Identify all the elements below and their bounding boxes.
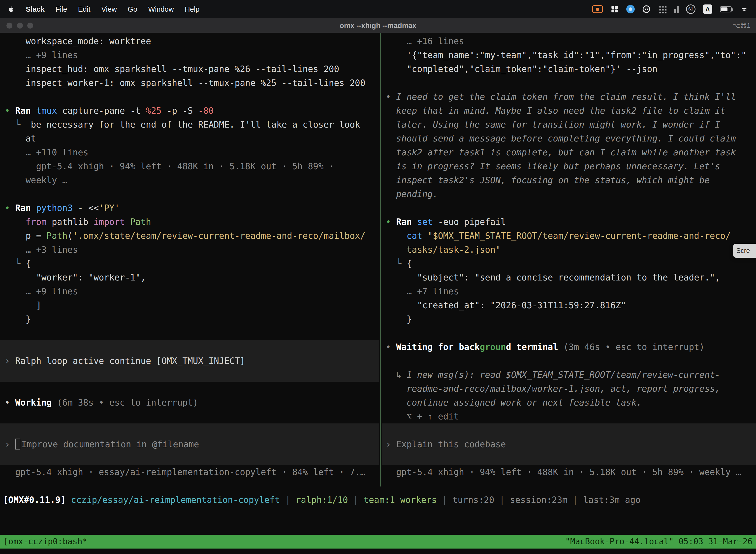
terminal-line: tasks/task-2.json"	[382, 243, 756, 257]
terminal-output-block: gpt-5.4 xhigh · 94% left · 488K in · 5.1…	[382, 465, 756, 479]
terminal-output-block: • Waiting for background terminal (3m 46…	[382, 340, 756, 368]
terminal-line: ↳ 1 new msg(s): read $OMX_TEAM_STATE_ROO…	[382, 368, 756, 382]
wifi-icon[interactable]	[739, 5, 749, 13]
terminal-line: … +9 lines	[0, 284, 379, 298]
terminal-output-block: • I need to get the claim token from the…	[382, 90, 756, 215]
stats-icon[interactable]	[674, 5, 679, 13]
terminal-output-block: … +16 lines '{"team_name":"my-team","tas…	[382, 34, 756, 90]
traffic-lights	[6, 22, 33, 29]
terminal-line: › Ralph loop active continue [OMX_TMUX_I…	[0, 354, 379, 368]
tmux-host-time: "MacBook-Pro-44.local" 05:03 31-Mar-26	[565, 535, 753, 549]
terminal-line	[0, 90, 379, 104]
terminal-line: … +7 lines	[382, 284, 756, 298]
terminal-line: readme-and-reco/mailbox/worker-1.json, a…	[382, 382, 756, 396]
zoom-button[interactable]	[27, 22, 33, 29]
prompt-row[interactable]: › Ralph loop active continue [OMX_TMUX_I…	[0, 340, 379, 382]
tmux-pane-right[interactable]: … +16 lines '{"team_name":"my-team","tas…	[382, 33, 756, 479]
terminal-output-block: • Working (6m 38s • esc to interrupt)	[0, 382, 379, 424]
terminal-output-block: workspace_mode: worktree … +9 lines insp…	[0, 34, 379, 340]
menu-bar: Slack File Edit View Go Window Help 61 A	[0, 0, 756, 18]
window-shortcut: ⌥⌘1	[733, 21, 751, 30]
terminal-line: keep that in mind. Maybe I also need the…	[382, 104, 756, 118]
terminal-line: weekly …	[0, 173, 379, 187]
menu-item-edit[interactable]: Edit	[78, 5, 90, 13]
terminal-line: • Ran tmux capture-pane -t %25 -p -S -80	[0, 104, 379, 118]
terminal-line: • Working (6m 38s • esc to interrupt)	[0, 396, 379, 409]
terminal-line: "worker": "worker-1",	[0, 271, 379, 284]
terminal-output-block: • Ran set -euo pipefail cat "$OMX_TEAM_S…	[382, 215, 756, 340]
input-source-icon[interactable]: A	[703, 4, 712, 14]
menu-item-file[interactable]: File	[56, 5, 67, 13]
battery-icon[interactable]	[720, 6, 732, 12]
tmux-session-info: [omx-cczip0:bash*	[3, 535, 87, 549]
terminal-line	[0, 187, 379, 201]
menu-item-go[interactable]: Go	[128, 5, 137, 13]
minimize-button[interactable]	[17, 22, 23, 29]
terminal-line: gpt-5.4 xhigh · 94% left · 488K in · 5.1…	[382, 465, 756, 479]
terminal-line: cat "$OMX_TEAM_STATE_ROOT/team/review-cu…	[382, 229, 756, 243]
apple-menu-icon[interactable]	[7, 5, 15, 13]
text-cursor	[15, 439, 20, 449]
terminal-line: }	[0, 312, 379, 326]
blue-app-icon[interactable]	[626, 5, 635, 13]
terminal-line: inspect_worker-1: omx sparkshell --tmux-…	[0, 76, 379, 90]
battery-percentage-badge[interactable]: 61	[686, 4, 695, 14]
terminal-line: p = Path('.omx/state/team/review-current…	[0, 229, 379, 243]
dots-grid-icon[interactable]	[658, 5, 667, 13]
menu-item-view[interactable]: View	[102, 5, 117, 13]
pane-divider[interactable]	[379, 33, 382, 479]
terminal-window[interactable]: workspace_mode: worktree … +9 lines insp…	[0, 33, 756, 554]
terminal-line: }	[382, 312, 756, 326]
close-button[interactable]	[6, 22, 12, 29]
terminal-line: └ {	[0, 257, 379, 271]
terminal-line: "completed","claim_token":"claim-token"}…	[382, 62, 756, 76]
terminal-line: ⌥ + ↑ edit	[382, 409, 756, 424]
terminal-line: task2 after task1 is complete, but can I…	[382, 146, 756, 159]
prompt-row[interactable]: › Explain this codebase	[382, 424, 756, 465]
terminal-line: is in progress? It seems likely but perh…	[382, 159, 756, 173]
terminal-line: should send a message before completing …	[382, 131, 756, 146]
terminal-line: • Ran python3 - <<'PY'	[0, 201, 379, 215]
terminal-line	[382, 76, 756, 90]
omx-status-bar: [OMX#0.11.9] cczip/essay/ai-reimplementa…	[0, 493, 756, 507]
tmux-panes: workspace_mode: worktree … +9 lines insp…	[0, 33, 756, 479]
terminal-line: gpt-5.4 xhigh · essay/ai-reimplementatio…	[0, 465, 379, 479]
terminal-line: … +16 lines	[382, 34, 756, 48]
terminal-line: workspace_mode: worktree	[0, 34, 379, 48]
window-title-bar[interactable]: omx --xhigh --madmax ⌥⌘1	[0, 18, 756, 33]
terminal-line: … +3 lines	[0, 243, 379, 257]
terminal-line: gpt-5.4 xhigh · 94% left · 488K in · 5.1…	[0, 159, 379, 173]
terminal-line: inspect task2's JSON, focusing on the st…	[382, 173, 756, 187]
terminal-line	[382, 201, 756, 215]
terminal-line: "subject": "send a concise recommendatio…	[382, 271, 756, 284]
terminal-line	[382, 326, 756, 340]
terminal-line: '{"team_name":"my-team","task_id":"1","f…	[382, 48, 756, 62]
terminal-line: › Explain this codebase	[382, 437, 756, 451]
terminal-line: continue assigned work or next feasible …	[382, 396, 756, 409]
terminal-line: … +9 lines	[0, 48, 379, 62]
terminal-line: pending.	[382, 187, 756, 201]
circle-app-icon[interactable]	[642, 5, 650, 13]
tmux-pane-left[interactable]: workspace_mode: worktree … +9 lines insp…	[0, 33, 379, 479]
terminal-line: › Improve documentation in @filename	[0, 437, 379, 451]
menu-app-name[interactable]: Slack	[26, 5, 45, 13]
terminal-line: … +110 lines	[0, 146, 379, 159]
terminal-line: • Waiting for background terminal (3m 46…	[382, 340, 756, 354]
terminal-line: • I need to get the claim token from the…	[382, 90, 756, 104]
screenshot-popup[interactable]: Scre	[733, 244, 756, 258]
terminal-line: └ be necessary for the end of the README…	[0, 118, 379, 131]
display-grid-icon[interactable]	[611, 5, 619, 13]
prompt-row[interactable]: › Improve documentation in @filename	[0, 424, 379, 465]
tmux-status-bar: [omx-cczip0:bash* "MacBook-Pro-44.local"…	[0, 535, 756, 549]
terminal-output-block: ↳ 1 new msg(s): read $OMX_TEAM_STATE_ROO…	[382, 368, 756, 424]
terminal-line: at	[0, 131, 379, 146]
menu-item-help[interactable]: Help	[185, 5, 200, 13]
screen-recording-icon[interactable]	[592, 5, 603, 13]
terminal-line	[0, 382, 379, 396]
terminal-line: from pathlib import Path	[0, 215, 379, 229]
terminal-line: later. Using the same for transition mig…	[382, 118, 756, 131]
terminal-line: ]	[0, 298, 379, 312]
terminal-line	[382, 354, 756, 368]
terminal-output-block: gpt-5.4 xhigh · essay/ai-reimplementatio…	[0, 465, 379, 479]
menu-item-window[interactable]: Window	[148, 5, 174, 13]
